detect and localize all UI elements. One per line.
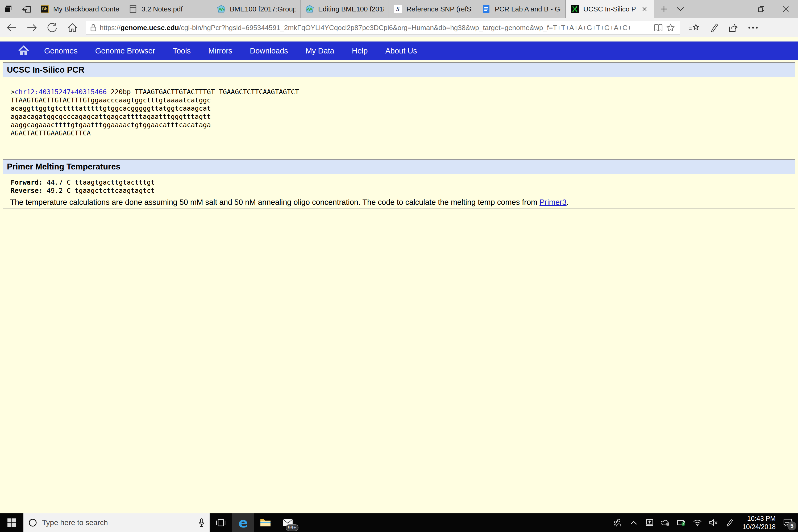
tab-title: PCR Lab A and B - Goo <box>495 5 560 13</box>
primer3-link[interactable]: Primer3 <box>539 198 567 206</box>
address-bar[interactable]: https://genome.ucsc.edu/cgi-bin/hgPcr?hg… <box>86 21 680 35</box>
melting-temp-title: Primer Melting Temperatures <box>3 159 795 174</box>
nav-item-mirrors[interactable]: Mirrors <box>208 46 232 55</box>
windows-ink-pen-icon[interactable] <box>721 513 737 532</box>
file-explorer-button[interactable] <box>254 513 277 532</box>
tab-bar-right-controls <box>654 0 690 18</box>
reading-view-icon[interactable] <box>652 22 664 34</box>
search-input[interactable] <box>42 518 194 527</box>
task-view-button[interactable] <box>210 513 232 532</box>
tab-notes-pdf[interactable]: 3.2 Notes.pdf <box>124 0 212 18</box>
sequence-line: TTAAGTGACTTGTACTTTGTggaacccaagtggctttgta… <box>11 96 795 104</box>
melting-temp-section: Primer Melting Temperatures Forward: 44.… <box>3 159 795 209</box>
taskbar-search[interactable] <box>23 513 210 532</box>
wifi-icon[interactable] <box>689 513 705 532</box>
tray-overflow-chevron-icon[interactable] <box>626 513 642 532</box>
close-window-icon[interactable] <box>774 0 798 18</box>
temperature-note: The temperature calculations are done as… <box>10 197 795 207</box>
forward-label: Forward: <box>11 178 42 186</box>
nav-item-genomes[interactable]: Genomes <box>44 46 78 55</box>
notification-count-badge: 5 <box>787 521 796 530</box>
tab-bme100-group1[interactable]: BME100 f2017:Group1 <box>212 0 301 18</box>
mail-button[interactable]: 99+ <box>277 513 299 532</box>
openwetware-icon <box>217 5 226 13</box>
openwetware-icon <box>305 5 314 13</box>
battery-saver-icon[interactable] <box>673 513 689 532</box>
settings-more-icon[interactable] <box>746 21 760 35</box>
web-note-pen-icon[interactable] <box>707 21 721 35</box>
note-suffix: . <box>567 198 569 206</box>
pcr-results-section: UCSC In-Silico PCR >chr12:40315247+40315… <box>3 62 795 147</box>
system-tray: 10:43 PM 10/24/2018 5 <box>610 513 798 532</box>
tab-title: BME100 f2017:Group1 <box>230 5 296 13</box>
tab-editing-bme100[interactable]: Editing BME100 f2018 <box>301 0 389 18</box>
sequence-line: AGACTACTTGAAGAGCTTCA <box>11 129 795 137</box>
tab-pcr-lab-doc[interactable]: PCR Lab A and B - Goo <box>477 0 566 18</box>
browser-toolbar: https://genome.ucsc.edu/cgi-bin/hgPcr?hg… <box>0 18 798 37</box>
fasta-gt: > <box>11 88 15 96</box>
new-tab-icon[interactable] <box>658 3 670 15</box>
google-docs-icon <box>482 5 491 13</box>
mail-unread-badge: 99+ <box>286 524 299 531</box>
clock-date: 10/24/2018 <box>742 523 776 531</box>
people-icon[interactable] <box>610 513 626 532</box>
position-link[interactable]: chr12:40315247+40315466 <box>15 88 107 96</box>
tab-blackboard[interactable]: Bb My Blackboard Conter <box>36 0 124 18</box>
sequence-header-line: >chr12:40315247+40315466 220bp TTAAGTGAC… <box>11 88 795 96</box>
back-icon[interactable] <box>3 20 20 35</box>
tab-bar-left-controls <box>0 0 36 18</box>
windows-taskbar: e 99+ <box>0 513 798 532</box>
window-controls <box>725 0 798 18</box>
lock-icon <box>90 24 97 32</box>
melting-temp-body: Forward: 44.7 C ttaagtgacttgtactttgt Rev… <box>3 174 795 209</box>
url-scheme: https:// <box>100 24 120 32</box>
microphone-icon[interactable] <box>198 518 205 527</box>
share-icon[interactable] <box>726 21 740 35</box>
edge-icon: e <box>238 516 248 530</box>
volume-muted-icon[interactable] <box>705 513 721 532</box>
project-display-icon[interactable] <box>642 513 658 532</box>
reverse-primer-line: Reverse: 49.2 C tgaagctcttcaagtagtct <box>11 187 795 195</box>
reverse-value: 49.2 C tgaagctcttcaagtagtct <box>42 187 155 194</box>
ucsc-nav-bar: Genomes Genome Browser Tools Mirrors Dow… <box>0 41 798 60</box>
tab-title: Editing BME100 f2018 <box>318 5 384 13</box>
sequence-line: aaggcagaaacttttgtgaatttggaaaactgtggaacat… <box>11 121 795 129</box>
action-center-button[interactable]: 5 <box>777 513 798 532</box>
nav-item-tools[interactable]: Tools <box>173 46 191 55</box>
taskbar-clock[interactable]: 10:43 PM 10/24/2018 <box>737 513 777 532</box>
refresh-icon[interactable] <box>44 20 61 35</box>
sequence-line: agaacagatggcgcccagagcattgagcattttagaattt… <box>11 113 795 121</box>
nav-item-genome-browser[interactable]: Genome Browser <box>95 46 155 55</box>
set-tabs-aside-icon[interactable] <box>21 3 33 15</box>
pcr-sequence-block: >chr12:40315247+40315466 220bp TTAAGTGAC… <box>3 77 795 147</box>
nav-item-my-data[interactable]: My Data <box>306 46 334 55</box>
tab-title: Reference SNP (refSNI <box>406 5 472 13</box>
folder-icon <box>260 518 271 527</box>
reverse-label: Reverse: <box>11 187 42 194</box>
url-path: /cgi-bin/hgPcr?hgsid=695344591_2mkFqOYLi… <box>179 24 631 32</box>
tab-title: UCSC In-Silico PCI <box>583 5 636 13</box>
edge-taskbar-button[interactable]: e <box>232 513 254 532</box>
minimize-icon[interactable] <box>725 0 749 18</box>
start-button[interactable] <box>0 513 23 532</box>
add-favorite-star-icon[interactable] <box>664 22 677 34</box>
forward-value: 44.7 C ttaagtgacttgtactttgt <box>42 178 155 186</box>
nav-item-about-us[interactable]: About Us <box>385 46 417 55</box>
forward-icon[interactable] <box>23 20 40 35</box>
nav-item-downloads[interactable]: Downloads <box>250 46 288 55</box>
tab-close-icon[interactable] <box>640 4 649 14</box>
onedrive-icon[interactable] <box>658 513 673 532</box>
restore-window-icon[interactable] <box>749 0 774 18</box>
pcr-section-title: UCSC In-Silico PCR <box>3 63 795 77</box>
favorites-hub-icon[interactable] <box>687 21 701 35</box>
blackboard-icon: Bb <box>40 5 49 13</box>
tab-refsnp[interactable]: S Reference SNP (refSNI <box>389 0 477 18</box>
nav-item-help[interactable]: Help <box>352 46 368 55</box>
cortana-icon <box>28 518 37 527</box>
url-host: genome.ucsc.edu <box>120 24 179 32</box>
ucsc-home-icon[interactable] <box>18 45 30 57</box>
home-icon[interactable] <box>64 20 81 35</box>
tab-list-chevron-icon[interactable] <box>674 3 686 15</box>
tab-ucsc-insilico-pcr[interactable]: UCSC In-Silico PCI <box>566 0 654 18</box>
tabs-set-aside-list-icon[interactable] <box>3 3 14 15</box>
